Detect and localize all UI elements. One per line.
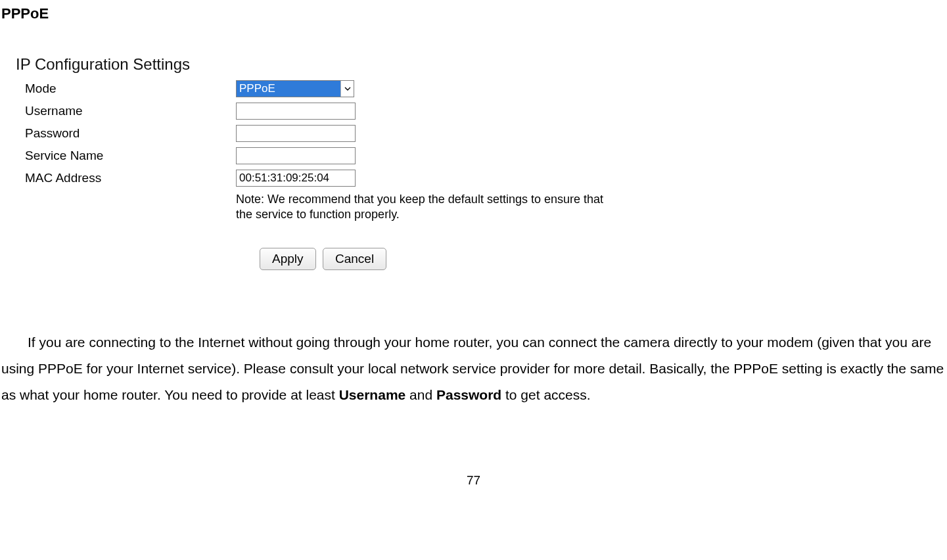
panel-heading: IP Configuration Settings [16,55,634,74]
button-row: Apply Cancel [260,248,634,270]
apply-button[interactable]: Apply [260,248,316,270]
chevron-down-icon [340,81,354,97]
page-number: 77 [0,473,947,488]
body-text-d: Password [436,387,501,402]
row-service-name: Service Name [16,147,634,164]
label-password: Password [16,125,236,141]
row-mode: Mode PPPoE [16,80,634,97]
row-mac: MAC Address Note: We recommend that you … [16,170,634,223]
label-username: Username [16,103,236,118]
page-title: PPPoE [1,5,947,22]
body-text-b: Username [339,387,406,402]
mac-input[interactable] [236,170,356,187]
mode-select-value: PPPoE [237,81,340,97]
row-password: Password [16,125,634,142]
note-text: Note: We recommend that you keep the def… [236,192,611,223]
cancel-button[interactable]: Cancel [323,248,386,270]
mode-select[interactable]: PPPoE [236,80,354,97]
label-mode: Mode [16,80,236,96]
label-mac: MAC Address [16,170,236,185]
ip-config-panel: IP Configuration Settings Mode PPPoE Use… [16,55,634,270]
username-input[interactable] [236,103,356,120]
body-text-e: to get access. [501,387,590,402]
service-name-input[interactable] [236,147,356,164]
password-input[interactable] [236,125,356,142]
body-paragraph: If you are connecting to the Internet wi… [1,329,944,408]
body-text-c: and [405,387,436,402]
label-service-name: Service Name [16,147,236,163]
row-username: Username [16,103,634,120]
